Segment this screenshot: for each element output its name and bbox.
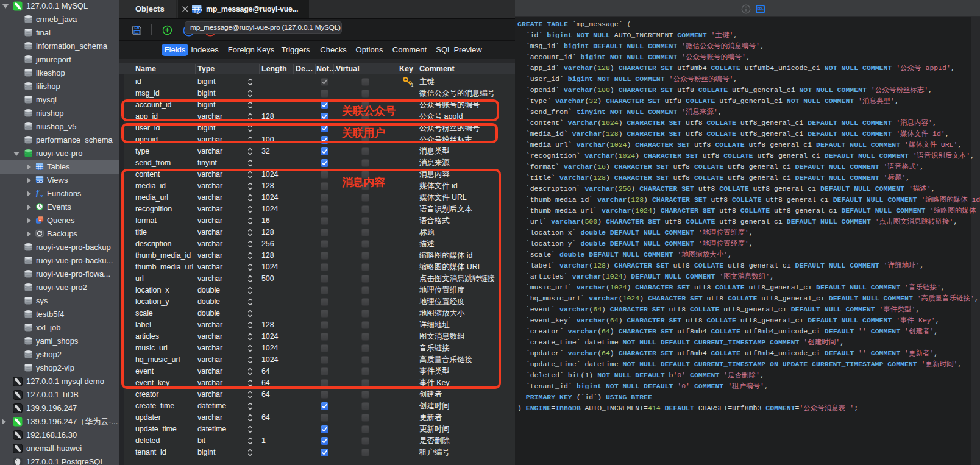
svg-text:1: 1 — [411, 82, 414, 86]
